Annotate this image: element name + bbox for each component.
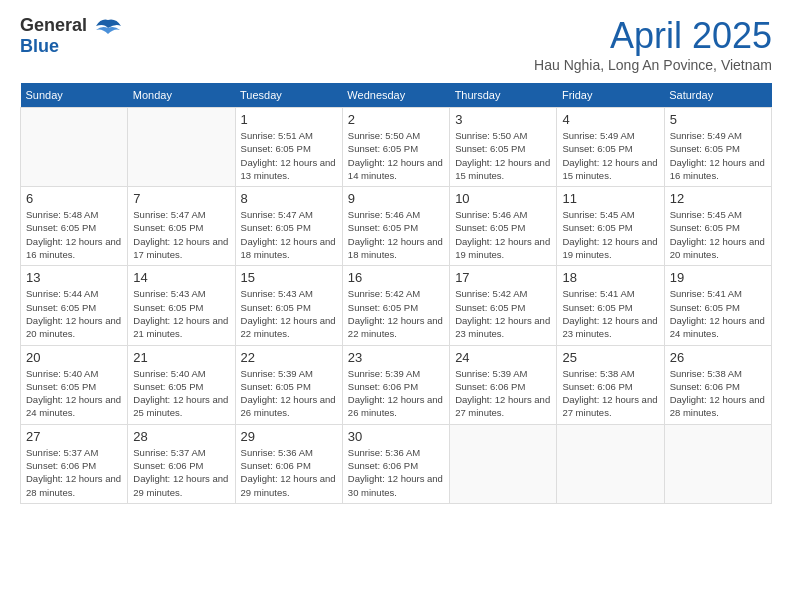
day-number: 9 <box>348 191 444 206</box>
day-number: 1 <box>241 112 337 127</box>
day-number: 5 <box>670 112 766 127</box>
calendar-cell: 10Sunrise: 5:46 AMSunset: 6:05 PMDayligh… <box>450 187 557 266</box>
header: General Blue April 2025 Hau Nghia, Long … <box>20 15 772 73</box>
day-info: Sunrise: 5:36 AMSunset: 6:06 PMDaylight:… <box>241 446 337 499</box>
calendar-cell: 27Sunrise: 5:37 AMSunset: 6:06 PMDayligh… <box>21 424 128 503</box>
calendar-cell: 11Sunrise: 5:45 AMSunset: 6:05 PMDayligh… <box>557 187 664 266</box>
day-number: 2 <box>348 112 444 127</box>
location: Hau Nghia, Long An Povince, Vietnam <box>534 57 772 73</box>
calendar-cell: 12Sunrise: 5:45 AMSunset: 6:05 PMDayligh… <box>664 187 771 266</box>
calendar-cell: 1Sunrise: 5:51 AMSunset: 6:05 PMDaylight… <box>235 108 342 187</box>
weekday-saturday: Saturday <box>664 83 771 108</box>
calendar-cell: 20Sunrise: 5:40 AMSunset: 6:05 PMDayligh… <box>21 345 128 424</box>
day-number: 16 <box>348 270 444 285</box>
calendar-table: SundayMondayTuesdayWednesdayThursdayFrid… <box>20 83 772 504</box>
day-info: Sunrise: 5:46 AMSunset: 6:05 PMDaylight:… <box>348 208 444 261</box>
day-info: Sunrise: 5:48 AMSunset: 6:05 PMDaylight:… <box>26 208 122 261</box>
day-info: Sunrise: 5:38 AMSunset: 6:06 PMDaylight:… <box>670 367 766 420</box>
day-info: Sunrise: 5:42 AMSunset: 6:05 PMDaylight:… <box>455 287 551 340</box>
day-info: Sunrise: 5:41 AMSunset: 6:05 PMDaylight:… <box>562 287 658 340</box>
day-number: 15 <box>241 270 337 285</box>
day-info: Sunrise: 5:40 AMSunset: 6:05 PMDaylight:… <box>26 367 122 420</box>
calendar-cell: 17Sunrise: 5:42 AMSunset: 6:05 PMDayligh… <box>450 266 557 345</box>
day-number: 14 <box>133 270 229 285</box>
week-row-4: 20Sunrise: 5:40 AMSunset: 6:05 PMDayligh… <box>21 345 772 424</box>
calendar-cell <box>664 424 771 503</box>
day-info: Sunrise: 5:50 AMSunset: 6:05 PMDaylight:… <box>348 129 444 182</box>
weekday-wednesday: Wednesday <box>342 83 449 108</box>
day-info: Sunrise: 5:47 AMSunset: 6:05 PMDaylight:… <box>133 208 229 261</box>
day-info: Sunrise: 5:46 AMSunset: 6:05 PMDaylight:… <box>455 208 551 261</box>
day-info: Sunrise: 5:39 AMSunset: 6:05 PMDaylight:… <box>241 367 337 420</box>
calendar-cell <box>21 108 128 187</box>
day-number: 20 <box>26 350 122 365</box>
logo-text: General <box>20 15 124 36</box>
calendar-cell: 4Sunrise: 5:49 AMSunset: 6:05 PMDaylight… <box>557 108 664 187</box>
weekday-sunday: Sunday <box>21 83 128 108</box>
day-info: Sunrise: 5:38 AMSunset: 6:06 PMDaylight:… <box>562 367 658 420</box>
calendar-cell <box>450 424 557 503</box>
day-info: Sunrise: 5:42 AMSunset: 6:05 PMDaylight:… <box>348 287 444 340</box>
week-row-3: 13Sunrise: 5:44 AMSunset: 6:05 PMDayligh… <box>21 266 772 345</box>
calendar-cell: 21Sunrise: 5:40 AMSunset: 6:05 PMDayligh… <box>128 345 235 424</box>
day-info: Sunrise: 5:49 AMSunset: 6:05 PMDaylight:… <box>670 129 766 182</box>
calendar-cell: 30Sunrise: 5:36 AMSunset: 6:06 PMDayligh… <box>342 424 449 503</box>
calendar-cell: 13Sunrise: 5:44 AMSunset: 6:05 PMDayligh… <box>21 266 128 345</box>
calendar-cell: 22Sunrise: 5:39 AMSunset: 6:05 PMDayligh… <box>235 345 342 424</box>
calendar-cell: 2Sunrise: 5:50 AMSunset: 6:05 PMDaylight… <box>342 108 449 187</box>
calendar-cell: 19Sunrise: 5:41 AMSunset: 6:05 PMDayligh… <box>664 266 771 345</box>
calendar-cell: 26Sunrise: 5:38 AMSunset: 6:06 PMDayligh… <box>664 345 771 424</box>
day-number: 28 <box>133 429 229 444</box>
day-number: 7 <box>133 191 229 206</box>
day-number: 26 <box>670 350 766 365</box>
day-info: Sunrise: 5:37 AMSunset: 6:06 PMDaylight:… <box>26 446 122 499</box>
calendar-cell: 24Sunrise: 5:39 AMSunset: 6:06 PMDayligh… <box>450 345 557 424</box>
day-info: Sunrise: 5:50 AMSunset: 6:05 PMDaylight:… <box>455 129 551 182</box>
weekday-header-row: SundayMondayTuesdayWednesdayThursdayFrid… <box>21 83 772 108</box>
day-info: Sunrise: 5:43 AMSunset: 6:05 PMDaylight:… <box>133 287 229 340</box>
calendar-cell: 29Sunrise: 5:36 AMSunset: 6:06 PMDayligh… <box>235 424 342 503</box>
day-info: Sunrise: 5:39 AMSunset: 6:06 PMDaylight:… <box>455 367 551 420</box>
calendar-cell: 28Sunrise: 5:37 AMSunset: 6:06 PMDayligh… <box>128 424 235 503</box>
day-number: 23 <box>348 350 444 365</box>
logo-blue: Blue <box>20 36 59 56</box>
calendar-cell: 16Sunrise: 5:42 AMSunset: 6:05 PMDayligh… <box>342 266 449 345</box>
calendar-cell: 23Sunrise: 5:39 AMSunset: 6:06 PMDayligh… <box>342 345 449 424</box>
day-number: 11 <box>562 191 658 206</box>
calendar-cell: 8Sunrise: 5:47 AMSunset: 6:05 PMDaylight… <box>235 187 342 266</box>
day-info: Sunrise: 5:51 AMSunset: 6:05 PMDaylight:… <box>241 129 337 182</box>
day-number: 30 <box>348 429 444 444</box>
day-number: 19 <box>670 270 766 285</box>
weekday-monday: Monday <box>128 83 235 108</box>
day-number: 22 <box>241 350 337 365</box>
calendar-cell: 9Sunrise: 5:46 AMSunset: 6:05 PMDaylight… <box>342 187 449 266</box>
logo: General Blue <box>20 15 124 57</box>
day-number: 27 <box>26 429 122 444</box>
calendar-cell: 3Sunrise: 5:50 AMSunset: 6:05 PMDaylight… <box>450 108 557 187</box>
logo-general: General <box>20 15 87 35</box>
day-number: 25 <box>562 350 658 365</box>
day-info: Sunrise: 5:47 AMSunset: 6:05 PMDaylight:… <box>241 208 337 261</box>
day-number: 24 <box>455 350 551 365</box>
day-info: Sunrise: 5:36 AMSunset: 6:06 PMDaylight:… <box>348 446 444 499</box>
day-info: Sunrise: 5:44 AMSunset: 6:05 PMDaylight:… <box>26 287 122 340</box>
day-number: 6 <box>26 191 122 206</box>
logo-wing-icon <box>94 18 122 36</box>
day-info: Sunrise: 5:41 AMSunset: 6:05 PMDaylight:… <box>670 287 766 340</box>
day-number: 8 <box>241 191 337 206</box>
calendar-cell: 14Sunrise: 5:43 AMSunset: 6:05 PMDayligh… <box>128 266 235 345</box>
calendar-cell: 18Sunrise: 5:41 AMSunset: 6:05 PMDayligh… <box>557 266 664 345</box>
day-number: 10 <box>455 191 551 206</box>
weekday-thursday: Thursday <box>450 83 557 108</box>
weekday-friday: Friday <box>557 83 664 108</box>
calendar-cell <box>557 424 664 503</box>
day-info: Sunrise: 5:49 AMSunset: 6:05 PMDaylight:… <box>562 129 658 182</box>
day-info: Sunrise: 5:40 AMSunset: 6:05 PMDaylight:… <box>133 367 229 420</box>
day-number: 29 <box>241 429 337 444</box>
day-info: Sunrise: 5:45 AMSunset: 6:05 PMDaylight:… <box>562 208 658 261</box>
calendar-cell: 5Sunrise: 5:49 AMSunset: 6:05 PMDaylight… <box>664 108 771 187</box>
day-info: Sunrise: 5:43 AMSunset: 6:05 PMDaylight:… <box>241 287 337 340</box>
day-number: 17 <box>455 270 551 285</box>
day-number: 4 <box>562 112 658 127</box>
day-info: Sunrise: 5:37 AMSunset: 6:06 PMDaylight:… <box>133 446 229 499</box>
